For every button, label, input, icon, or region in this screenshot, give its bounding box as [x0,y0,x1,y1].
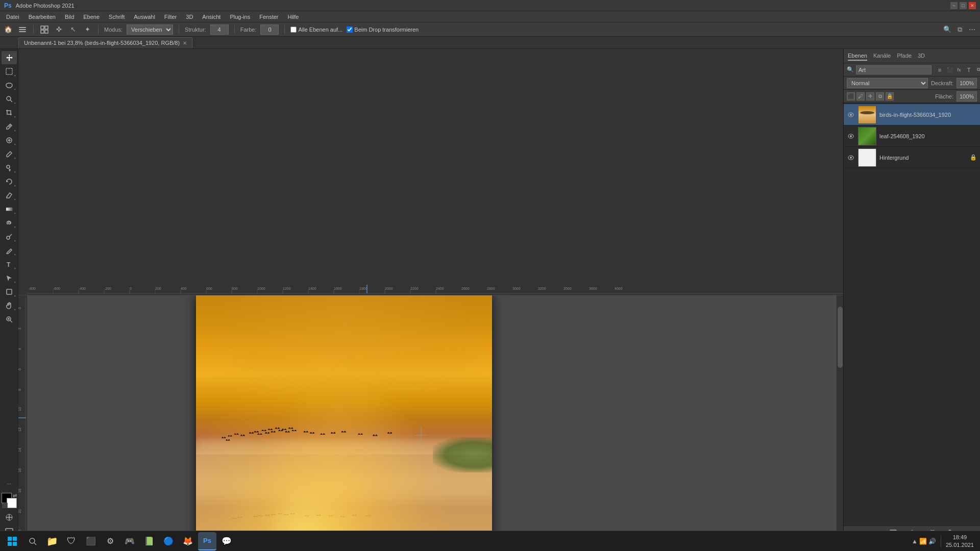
arrange-icon[interactable]: ⧉ [954,24,965,35]
quick-selection-tool[interactable]: ▾ [2,92,17,106]
menu-ebene[interactable]: Ebene [79,13,104,21]
menu-datei[interactable]: Datei [2,13,23,21]
tab-3d[interactable]: 3D [918,52,925,61]
zoom-tool[interactable] [2,313,17,326]
pen-tool[interactable]: ▾ [2,244,17,257]
document-tab[interactable]: Unbenannt-1 bei 23,8% (birds-in-flight-5… [18,37,192,48]
blur-tool[interactable]: ▾ [2,216,17,230]
alle-ebenen-checkbox[interactable] [290,27,297,33]
layer-type-icon[interactable]: ⬛ [945,66,953,74]
taskbar-app6[interactable]: 🎮 [120,532,139,550]
beim-drop-checkbox-wrap[interactable]: Beim Drop transformieren [347,27,419,33]
windows-start-button[interactable] [2,532,22,550]
tray-icon1[interactable]: ▲ [912,538,918,545]
move-tool[interactable] [2,51,17,64]
beim-drop-checkbox[interactable] [347,27,353,33]
text-tool[interactable]: T ▾ [2,258,17,271]
filter-icon[interactable]: ≡ [936,66,944,74]
canvas-scroll[interactable] [28,295,843,540]
default-colors-icon[interactable]: ⬛ [2,503,8,508]
gradient-tool[interactable]: ▾ [2,203,17,216]
tab-pfade[interactable]: Pfade [897,52,912,61]
menu-auswahl[interactable]: Auswahl [130,13,159,21]
layer-visibility-birds[interactable] [847,111,855,119]
maximize-button[interactable]: □ [960,2,967,9]
brush-tool[interactable]: ▾ [2,147,17,161]
taskbar-firefox[interactable]: 🦊 [179,532,197,550]
star-icon[interactable]: ✦ [82,24,92,35]
menu-bearbeiten[interactable]: Bearbeiten [24,13,60,21]
v-scrollbar-thumb[interactable] [838,307,843,368]
hand-tool[interactable]: ▾ [2,299,17,312]
dodge-tool[interactable]: ▾ [2,230,17,243]
color-swatches[interactable]: ⇌ ⬛ [2,493,17,508]
farbe-input[interactable] [260,24,279,35]
swap-colors-icon[interactable]: ⇌ [13,493,17,498]
tab-kanaele[interactable]: Kanäle [873,52,891,61]
menu-filter[interactable]: Filter [160,13,181,21]
lasso-tool[interactable]: ▾ [2,79,17,92]
healing-tool[interactable]: ▾ [2,134,17,147]
menu-hilfe[interactable]: Hilfe [283,13,303,21]
opacity-input[interactable] [957,78,977,88]
clone-stamp-tool[interactable]: ▾ [2,161,17,174]
menu-bild[interactable]: Bild [61,13,78,21]
taskbar-antivirus[interactable]: 🛡 [62,532,81,550]
taskbar-file-explorer[interactable]: 📁 [43,532,61,550]
layer-item-birds[interactable]: birds-in-flight-5366034_1920 [844,104,980,126]
layer-item-leaf[interactable]: leaf-254608_1920 [844,126,980,147]
vertical-scrollbar[interactable] [836,295,843,533]
more-icon[interactable]: ⋯ [967,24,977,35]
tray-network-icon[interactable]: 📶 [919,538,927,545]
tool-options-icon[interactable] [17,24,28,35]
tab-close-icon[interactable]: ✕ [183,40,187,46]
lock-artboard-icon[interactable]: ⧉ [876,92,884,101]
quick-mask-toggle[interactable] [2,511,17,524]
menu-3d[interactable]: 3D [182,13,197,21]
layer-color-icon[interactable]: T [965,66,973,74]
taskbar-app11[interactable]: 💬 [217,532,236,550]
background-color[interactable] [7,498,17,508]
search-global-icon[interactable]: 🔍 [942,24,952,35]
move-icon[interactable]: ✜ [54,24,64,35]
lock-all-icon[interactable]: 🔒 [886,92,894,101]
menu-fenster[interactable]: Fenster [255,13,282,21]
lock-transparent-icon[interactable]: ⬛ [847,92,855,101]
fill-input[interactable] [957,91,977,102]
struktur-input[interactable] [210,24,229,35]
layer-item-background[interactable]: Hintergrund 🔒 [844,147,980,168]
minimize-button[interactable]: − [950,2,958,9]
rectangular-marquee-tool[interactable]: ▾ [2,65,17,78]
taskbar-search[interactable] [23,532,42,550]
extra-tools[interactable]: ··· [2,477,17,490]
taskbar-app8[interactable]: 🔵 [159,532,178,550]
taskbar-app7[interactable]: 📗 [140,532,158,550]
close-button[interactable]: ✕ [969,2,976,9]
lock-position-icon[interactable]: ✛ [866,92,874,101]
lock-image-icon[interactable]: 🖊 [856,92,865,101]
crop-tool[interactable]: ▾ [2,106,17,119]
taskbar-time[interactable]: 18:49 25.01.2021 [946,534,974,548]
shape-tool[interactable]: ▾ [2,285,17,298]
arrow-icon[interactable]: ↖ [68,24,78,35]
menu-ansicht[interactable]: Ansicht [198,13,225,21]
layer-smart-icon[interactable]: ⧉ [974,66,980,74]
layer-fx-icon[interactable]: fx [955,66,963,74]
path-selection-tool[interactable]: ▾ [2,271,17,285]
menu-schrift[interactable]: Schrift [105,13,129,21]
grid-icon[interactable] [39,24,50,35]
modus-select[interactable]: Verschieben [127,24,173,35]
layer-visibility-leaf[interactable] [847,132,855,140]
alle-ebenen-checkbox-wrap[interactable]: Alle Ebenen auf... [290,27,342,33]
history-brush-tool[interactable]: ▾ [2,175,17,188]
taskbar-app4[interactable]: ⬛ [82,532,100,550]
layer-visibility-background[interactable] [847,154,855,162]
eyedropper-tool[interactable]: ▾ [2,120,17,133]
home-icon[interactable]: 🏠 [3,24,13,35]
menu-plugins[interactable]: Plug-ins [226,13,254,21]
layer-search-input[interactable] [856,65,932,74]
eraser-tool[interactable]: ▾ [2,189,17,202]
taskbar-photoshop[interactable]: Ps [198,532,216,550]
tray-volume-icon[interactable]: 🔊 [928,538,936,545]
taskbar-settings[interactable]: ⚙ [101,532,119,550]
